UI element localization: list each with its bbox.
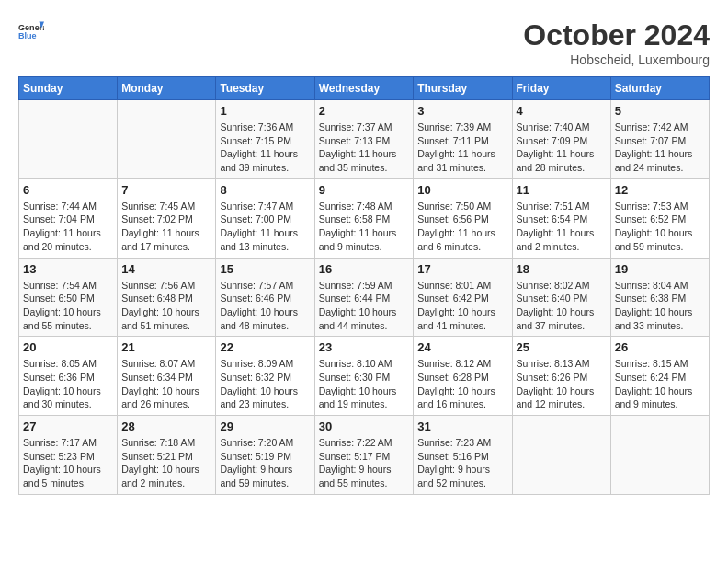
day-number: 18 xyxy=(517,262,607,276)
calendar-cell: 29Sunrise: 7:20 AM Sunset: 5:19 PM Dayli… xyxy=(216,416,314,495)
day-number: 13 xyxy=(23,262,113,276)
day-info: Sunrise: 7:45 AM Sunset: 7:02 PM Dayligh… xyxy=(121,200,211,254)
day-info: Sunrise: 8:05 AM Sunset: 6:36 PM Dayligh… xyxy=(23,357,113,411)
day-number: 22 xyxy=(220,340,310,354)
day-number: 10 xyxy=(417,183,507,197)
day-number: 30 xyxy=(319,419,410,433)
day-number: 6 xyxy=(23,183,113,197)
calendar-cell: 14Sunrise: 7:56 AM Sunset: 6:48 PM Dayli… xyxy=(118,258,216,337)
day-number: 19 xyxy=(615,262,705,276)
calendar-cell: 19Sunrise: 8:04 AM Sunset: 6:38 PM Dayli… xyxy=(610,258,709,337)
calendar-cell: 21Sunrise: 8:07 AM Sunset: 6:34 PM Dayli… xyxy=(118,337,216,416)
calendar-week-3: 13Sunrise: 7:54 AM Sunset: 6:50 PM Dayli… xyxy=(19,258,710,337)
day-number: 27 xyxy=(23,419,113,433)
day-info: Sunrise: 7:23 AM Sunset: 5:16 PM Dayligh… xyxy=(417,436,507,490)
day-info: Sunrise: 7:57 AM Sunset: 6:46 PM Dayligh… xyxy=(220,279,310,333)
day-info: Sunrise: 7:20 AM Sunset: 5:19 PM Dayligh… xyxy=(220,436,310,490)
calendar-cell: 28Sunrise: 7:18 AM Sunset: 5:21 PM Dayli… xyxy=(118,416,216,495)
day-number: 14 xyxy=(121,262,211,276)
page-header: General Blue October 2024 Hobscheid, Lux… xyxy=(18,18,710,67)
day-number: 16 xyxy=(319,262,410,276)
header-cell-thursday: Thursday xyxy=(414,77,512,100)
calendar-cell: 5Sunrise: 7:42 AM Sunset: 7:07 PM Daylig… xyxy=(610,100,709,179)
calendar-cell xyxy=(610,416,709,495)
month-title: October 2024 xyxy=(523,18,710,52)
day-number: 15 xyxy=(220,262,310,276)
day-number: 28 xyxy=(121,419,211,433)
calendar-cell: 12Sunrise: 7:53 AM Sunset: 6:52 PM Dayli… xyxy=(610,178,709,258)
day-number: 23 xyxy=(319,340,410,354)
day-info: Sunrise: 8:07 AM Sunset: 6:34 PM Dayligh… xyxy=(121,357,211,411)
day-info: Sunrise: 7:37 AM Sunset: 7:13 PM Dayligh… xyxy=(319,121,410,175)
title-area: October 2024 Hobscheid, Luxembourg xyxy=(523,18,710,67)
calendar-week-1: 1Sunrise: 7:36 AM Sunset: 7:15 PM Daylig… xyxy=(19,100,710,179)
day-info: Sunrise: 8:09 AM Sunset: 6:32 PM Dayligh… xyxy=(220,357,310,411)
calendar-cell: 2Sunrise: 7:37 AM Sunset: 7:13 PM Daylig… xyxy=(314,100,414,179)
day-info: Sunrise: 7:54 AM Sunset: 6:50 PM Dayligh… xyxy=(23,279,113,333)
day-info: Sunrise: 7:44 AM Sunset: 7:04 PM Dayligh… xyxy=(23,200,113,254)
calendar-cell: 22Sunrise: 8:09 AM Sunset: 6:32 PM Dayli… xyxy=(216,337,314,416)
day-number: 5 xyxy=(615,104,705,118)
calendar-cell: 24Sunrise: 8:12 AM Sunset: 6:28 PM Dayli… xyxy=(414,337,512,416)
calendar-cell: 25Sunrise: 8:13 AM Sunset: 6:26 PM Dayli… xyxy=(512,337,610,416)
calendar-cell: 9Sunrise: 7:48 AM Sunset: 6:58 PM Daylig… xyxy=(314,178,414,258)
calendar-cell: 8Sunrise: 7:47 AM Sunset: 7:00 PM Daylig… xyxy=(216,178,314,258)
day-number: 11 xyxy=(517,183,607,197)
calendar-week-2: 6Sunrise: 7:44 AM Sunset: 7:04 PM Daylig… xyxy=(19,178,710,258)
logo: General Blue xyxy=(18,18,44,44)
calendar-table: SundayMondayTuesdayWednesdayThursdayFrid… xyxy=(18,76,710,495)
day-number: 7 xyxy=(121,183,211,197)
header-cell-saturday: Saturday xyxy=(610,77,709,100)
general-blue-logo-icon: General Blue xyxy=(18,18,44,44)
calendar-cell: 1Sunrise: 7:36 AM Sunset: 7:15 PM Daylig… xyxy=(216,100,314,179)
day-number: 17 xyxy=(417,262,507,276)
calendar-cell: 30Sunrise: 7:22 AM Sunset: 5:17 PM Dayli… xyxy=(314,416,414,495)
day-info: Sunrise: 8:01 AM Sunset: 6:42 PM Dayligh… xyxy=(417,279,507,333)
calendar-week-4: 20Sunrise: 8:05 AM Sunset: 6:36 PM Dayli… xyxy=(19,337,710,416)
calendar-cell: 26Sunrise: 8:15 AM Sunset: 6:24 PM Dayli… xyxy=(610,337,709,416)
calendar-cell: 27Sunrise: 7:17 AM Sunset: 5:23 PM Dayli… xyxy=(19,416,118,495)
header-cell-friday: Friday xyxy=(512,77,610,100)
day-info: Sunrise: 8:02 AM Sunset: 6:40 PM Dayligh… xyxy=(517,279,607,333)
day-number: 25 xyxy=(517,340,607,354)
calendar-cell xyxy=(512,416,610,495)
day-info: Sunrise: 8:15 AM Sunset: 6:24 PM Dayligh… xyxy=(615,357,705,411)
calendar-cell: 15Sunrise: 7:57 AM Sunset: 6:46 PM Dayli… xyxy=(216,258,314,337)
calendar-cell: 10Sunrise: 7:50 AM Sunset: 6:56 PM Dayli… xyxy=(414,178,512,258)
calendar-body: 1Sunrise: 7:36 AM Sunset: 7:15 PM Daylig… xyxy=(19,100,710,495)
calendar-cell: 11Sunrise: 7:51 AM Sunset: 6:54 PM Dayli… xyxy=(512,178,610,258)
calendar-cell: 18Sunrise: 8:02 AM Sunset: 6:40 PM Dayli… xyxy=(512,258,610,337)
day-info: Sunrise: 7:47 AM Sunset: 7:00 PM Dayligh… xyxy=(220,200,310,254)
day-info: Sunrise: 7:48 AM Sunset: 6:58 PM Dayligh… xyxy=(319,200,410,254)
day-info: Sunrise: 7:56 AM Sunset: 6:48 PM Dayligh… xyxy=(121,279,211,333)
day-number: 4 xyxy=(517,104,607,118)
calendar-cell: 6Sunrise: 7:44 AM Sunset: 7:04 PM Daylig… xyxy=(19,178,118,258)
day-number: 20 xyxy=(23,340,113,354)
day-info: Sunrise: 8:10 AM Sunset: 6:30 PM Dayligh… xyxy=(319,357,410,411)
calendar-cell: 13Sunrise: 7:54 AM Sunset: 6:50 PM Dayli… xyxy=(19,258,118,337)
header-cell-wednesday: Wednesday xyxy=(314,77,414,100)
calendar-header: SundayMondayTuesdayWednesdayThursdayFrid… xyxy=(19,77,710,100)
calendar-cell: 23Sunrise: 8:10 AM Sunset: 6:30 PM Dayli… xyxy=(314,337,414,416)
day-number: 1 xyxy=(220,104,310,118)
day-info: Sunrise: 7:18 AM Sunset: 5:21 PM Dayligh… xyxy=(121,436,211,490)
day-info: Sunrise: 7:50 AM Sunset: 6:56 PM Dayligh… xyxy=(417,200,507,254)
day-info: Sunrise: 7:42 AM Sunset: 7:07 PM Dayligh… xyxy=(615,121,705,175)
day-number: 21 xyxy=(121,340,211,354)
day-info: Sunrise: 8:13 AM Sunset: 6:26 PM Dayligh… xyxy=(517,357,607,411)
calendar-cell: 20Sunrise: 8:05 AM Sunset: 6:36 PM Dayli… xyxy=(19,337,118,416)
day-number: 29 xyxy=(220,419,310,433)
day-number: 26 xyxy=(615,340,705,354)
day-info: Sunrise: 7:17 AM Sunset: 5:23 PM Dayligh… xyxy=(23,436,113,490)
day-info: Sunrise: 7:53 AM Sunset: 6:52 PM Dayligh… xyxy=(615,200,705,254)
header-cell-monday: Monday xyxy=(118,77,216,100)
location-subtitle: Hobscheid, Luxembourg xyxy=(523,52,710,67)
day-info: Sunrise: 8:12 AM Sunset: 6:28 PM Dayligh… xyxy=(417,357,507,411)
day-number: 8 xyxy=(220,183,310,197)
svg-text:Blue: Blue xyxy=(18,31,37,40)
calendar-cell: 3Sunrise: 7:39 AM Sunset: 7:11 PM Daylig… xyxy=(414,100,512,179)
day-info: Sunrise: 7:22 AM Sunset: 5:17 PM Dayligh… xyxy=(319,436,410,490)
day-number: 3 xyxy=(417,104,507,118)
day-info: Sunrise: 8:04 AM Sunset: 6:38 PM Dayligh… xyxy=(615,279,705,333)
day-info: Sunrise: 7:59 AM Sunset: 6:44 PM Dayligh… xyxy=(319,279,410,333)
